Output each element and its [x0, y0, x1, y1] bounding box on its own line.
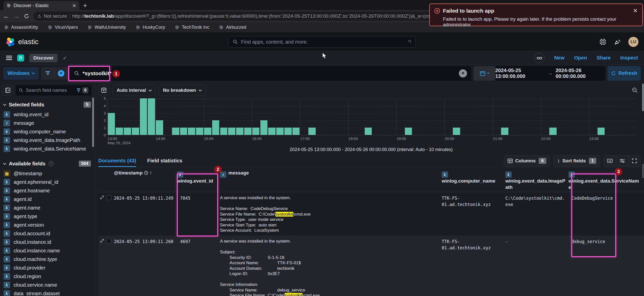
tab-documents[interactable]: Documents (43) [98, 155, 136, 167]
field-item[interactable]: kagent.hostname [3, 186, 91, 195]
histogram-bar[interactable] [180, 128, 187, 135]
nav-action-open[interactable]: Open [574, 55, 587, 61]
column-header-2[interactable]: tmessage [219, 167, 441, 192]
field-item[interactable]: kagent.name [3, 203, 91, 212]
global-search-input[interactable]: Find apps, content, and more. ^/ [229, 36, 415, 48]
histogram-bar[interactable] [598, 128, 605, 135]
keyboard-shortcuts-icon[interactable] [604, 156, 616, 166]
cell-message[interactable]: A service was installed in the system. S… [219, 235, 441, 296]
field-item[interactable]: kcloud.instance.id [3, 238, 91, 246]
breadcrumb[interactable]: Discover [29, 54, 58, 62]
data-view-selector[interactable]: Windows [3, 67, 39, 80]
news-feed-icon[interactable] [614, 38, 621, 46]
histogram-bar[interactable] [156, 120, 163, 135]
bookmark-item[interactable]: TechTonik Inc [175, 25, 209, 30]
collapse-sidebar-button[interactable] [3, 85, 13, 96]
histogram-bar[interactable] [549, 128, 557, 135]
cell-computer-name[interactable]: TTK-FS-01.ad.techtonik.xyz [441, 235, 505, 296]
nav-action-inspect[interactable]: Inspect [620, 55, 638, 61]
histogram-bar[interactable] [132, 128, 139, 135]
histogram-bar[interactable] [236, 128, 243, 135]
field-search-input[interactable]: Search field names 0 [16, 85, 91, 96]
nav-action-share[interactable]: Share [597, 55, 611, 61]
histogram-bar[interactable] [204, 128, 211, 135]
cell-image-path[interactable]: C:\Code\systoolkit\cmd.exe [505, 192, 568, 235]
display-options-icon[interactable] [616, 156, 628, 166]
cell-image-path[interactable]: - [505, 235, 568, 296]
field-item[interactable]: tmessage [3, 119, 91, 127]
field-filter-icon[interactable] [77, 88, 80, 93]
chart-scrollbar[interactable] [642, 83, 644, 111]
field-item[interactable]: kcloud.machine.type [3, 255, 91, 263]
tab-close-icon[interactable]: ✕ [72, 3, 76, 9]
nav-action-new[interactable]: New [554, 55, 564, 61]
select-row-checkbox[interactable] [106, 239, 111, 244]
histogram-bar[interactable] [220, 128, 228, 135]
histogram-bar[interactable] [172, 128, 179, 135]
selected-fields-header[interactable]: Selected fields 5 [4, 102, 91, 108]
interval-dropdown[interactable]: Auto interval [112, 85, 156, 96]
histogram-bar[interactable] [140, 98, 147, 135]
column-header-0[interactable]: @timestamp ↑ [113, 167, 177, 192]
field-item[interactable]: kwinlog.event_id [3, 110, 91, 119]
histogram-bar[interactable] [228, 128, 235, 135]
fullscreen-icon[interactable] [628, 156, 640, 166]
sort-fields-button[interactable]: ↕ Sort fields 1 [554, 155, 600, 166]
field-item[interactable]: kcloud.region [3, 272, 91, 281]
field-item[interactable]: kcloud.account.id [3, 229, 91, 238]
cell-timestamp[interactable]: 2024-05-25 13:09:11.249 [113, 192, 177, 235]
chart-panel-icon[interactable] [98, 85, 109, 96]
browser-tab[interactable]: Discover - Elastic ✕ [4, 1, 79, 10]
histogram-chart[interactable]: 01234513:00May 25, 202414:0015:0016:0017… [98, 97, 644, 147]
user-avatar[interactable]: LU [628, 37, 638, 47]
histogram-bar[interactable] [148, 98, 155, 135]
field-item[interactable]: kagent.version [3, 221, 91, 229]
calendar-dropdown[interactable] [474, 66, 495, 81]
back-button[interactable]: ← [3, 13, 9, 19]
date-to[interactable]: 2024-05-26 00:00:00.000 [556, 68, 605, 79]
app-badge[interactable]: D [17, 54, 24, 62]
glasses-badge-icon[interactable] [534, 53, 544, 63]
bookmark-item[interactable]: WaifuUniversity [87, 25, 126, 30]
field-item[interactable]: kcloud.provider [3, 263, 91, 272]
help-icon[interactable] [599, 38, 607, 46]
toast-close-icon[interactable]: ✕ [633, 8, 638, 14]
bookmark-item[interactable]: HuskyCorp [136, 25, 165, 30]
column-header-4[interactable]: kwinlog.event_data.ImagePath [505, 167, 568, 192]
histogram-bar[interactable] [501, 128, 508, 135]
filter-icon[interactable] [41, 67, 54, 80]
bookmark-item[interactable]: AssassinKitty [4, 25, 38, 30]
histogram-bar[interactable] [276, 128, 284, 135]
cell-message[interactable]: A service was installed in the system. S… [219, 192, 441, 235]
select-row-checkbox[interactable] [106, 195, 111, 200]
column-header-3[interactable]: kwinlog.computer_name [441, 167, 505, 192]
add-filter-button[interactable]: + [54, 67, 67, 80]
table-scrollbar[interactable] [642, 164, 644, 178]
field-item[interactable]: kagent.id [3, 195, 91, 203]
date-from[interactable]: 2024-05-25 13:00:00.000 [495, 68, 544, 79]
field-item[interactable]: kcloud.service.name [3, 281, 91, 289]
menu-icon[interactable] [6, 56, 12, 60]
reload-button[interactable] [24, 13, 29, 19]
field-item[interactable]: kagent.ephemeral_id [3, 178, 91, 186]
histogram-bar[interactable] [260, 120, 268, 135]
bookmark-item[interactable]: VirusVipers [48, 25, 78, 30]
cell-computer-name[interactable]: TTK-FS-01.ad.techtonik.xyz [441, 192, 505, 235]
cell-event-id[interactable]: 4697 [177, 235, 219, 296]
histogram-bar[interactable] [212, 120, 219, 135]
help-question-icon[interactable]: ? [48, 161, 54, 166]
histogram-bar[interactable] [108, 113, 115, 135]
breakdown-dropdown[interactable]: No breakdown [159, 85, 206, 96]
sidebar-scrollbar[interactable] [92, 98, 94, 147]
tab-field-statistics[interactable]: Field statistics [147, 158, 182, 164]
inspect-chart-icon[interactable] [629, 85, 640, 96]
field-item[interactable]: kdata_stream.dataset [3, 289, 91, 296]
field-item[interactable]: kwinlog.computer_name [3, 127, 91, 136]
field-item[interactable]: kagent.type [3, 212, 91, 221]
expand-document-icon[interactable] [100, 239, 104, 243]
histogram-bar[interactable] [252, 128, 260, 135]
field-item[interactable]: kcloud.instance.name [3, 246, 91, 255]
expand-document-icon[interactable] [100, 195, 104, 200]
columns-button[interactable]: Columns 6 [504, 155, 550, 166]
histogram-bar[interactable] [284, 128, 292, 135]
